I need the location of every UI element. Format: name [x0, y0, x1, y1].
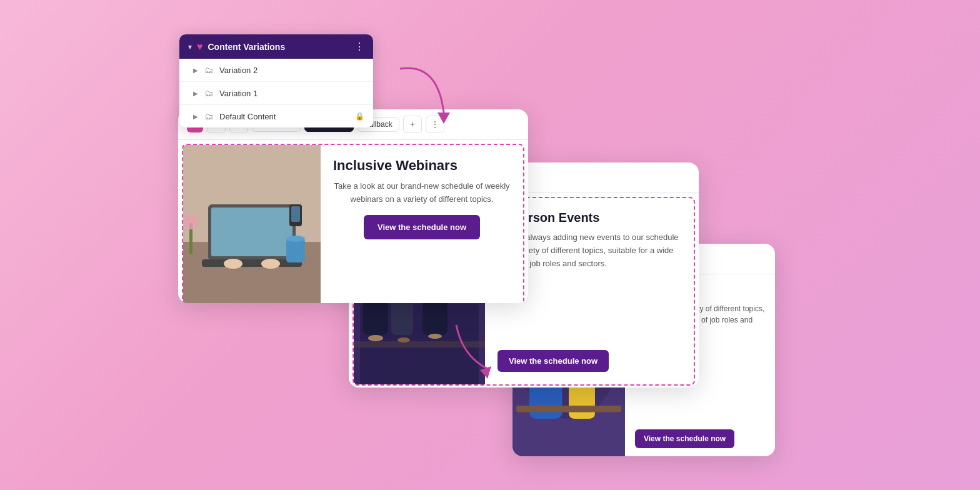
dropdown-item-default[interactable]: ▶ 🗂 Default Content 🔒 [179, 105, 373, 128]
chevron-down-icon: ▾ [188, 42, 192, 51]
folder-icon: 🗂 [204, 65, 213, 75]
card-1-image [183, 145, 321, 303]
card-3-cta-button[interactable]: View the schedule now [635, 429, 734, 448]
svg-point-26 [224, 259, 242, 269]
svg-point-31 [183, 214, 198, 229]
card-1-content: Inclusive Webinars Take a look at our br… [182, 144, 524, 303]
svg-rect-8 [516, 406, 621, 412]
card-1: ♥ ⠿ ⇅ Variation 2 Variation 1 Fallback ＋… [178, 109, 528, 303]
dropdown-header: ▾ ♥ Content Variations ⋮ [179, 34, 373, 59]
more-options-btn[interactable]: ⋮ [426, 116, 444, 133]
svg-point-29 [286, 236, 305, 242]
svg-point-19 [398, 338, 410, 342]
lock-icon: 🔒 [355, 112, 364, 121]
more-options-icon[interactable]: ⋮ [354, 41, 364, 52]
folder-icon: 🗂 [204, 88, 213, 98]
expand-arrow-icon: ▶ [193, 90, 198, 97]
add-variation-btn[interactable]: ＋ [403, 116, 422, 133]
card-1-text: Inclusive Webinars Take a look at our br… [321, 145, 523, 303]
heart-icon: ♥ [197, 41, 203, 52]
svg-rect-24 [211, 208, 292, 256]
dropdown-panel: ▾ ♥ Content Variations ⋮ ▶ 🗂 Variation 2… [179, 34, 373, 128]
svg-point-27 [261, 259, 280, 269]
svg-rect-15 [422, 298, 448, 335]
svg-rect-17 [354, 341, 485, 348]
card-1-title: Inclusive Webinars [333, 158, 511, 174]
card-2-cta-button[interactable]: View the schedule now [498, 350, 609, 372]
dropdown-item-variation1[interactable]: ▶ 🗂 Variation 1 [179, 82, 373, 105]
item-label-variation1: Variation 1 [219, 89, 258, 98]
svg-rect-28 [286, 239, 305, 262]
svg-point-20 [428, 334, 442, 339]
laptop-scene [183, 145, 321, 303]
folder-icon: 🗂 [204, 111, 213, 121]
dropdown-title: Content Variations [208, 42, 350, 52]
card-1-cta-button[interactable]: View the schedule now [364, 215, 480, 239]
svg-point-18 [368, 335, 383, 341]
dropdown-item-variation2[interactable]: ▶ 🗂 Variation 2 [179, 59, 373, 82]
item-label-variation2: Variation 2 [219, 66, 258, 75]
expand-arrow-icon: ▶ [193, 113, 198, 120]
card-1-body-text: Take a look at our brand-new schedule of… [333, 180, 511, 206]
svg-rect-33 [291, 206, 300, 222]
item-label-default: Default Content [219, 112, 276, 121]
expand-arrow-icon: ▶ [193, 67, 198, 74]
